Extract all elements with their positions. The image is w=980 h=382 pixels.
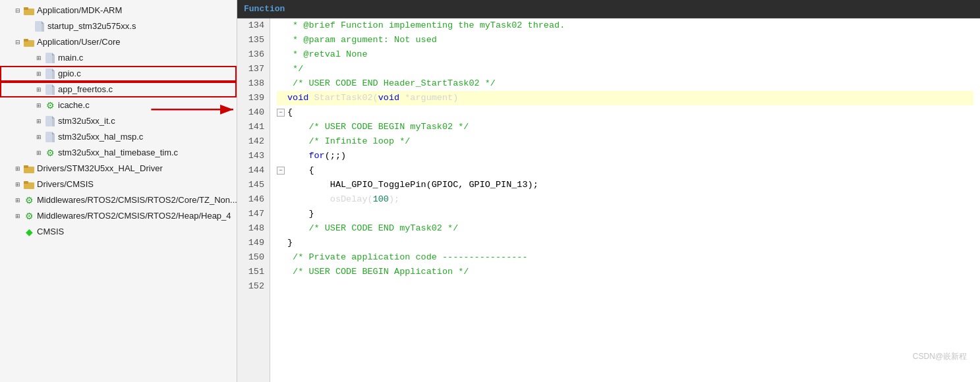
editor-topbar: Function bbox=[237, 0, 980, 18]
svg-marker-18 bbox=[52, 116, 55, 119]
folder-icon bbox=[24, 37, 34, 47]
tree-item-stm32u5xx-hal-msp[interactable]: ⊞stm32u5xx_hal_msp.c bbox=[0, 129, 237, 145]
svg-rect-6 bbox=[24, 39, 28, 41]
code-text: HAL_GPIO_TogglePin(GPIOC, GPIO_PIN_13); bbox=[287, 178, 538, 192]
tree-label: stm32u5xx_hal_timebase_tim.c bbox=[58, 146, 178, 159]
tree-label: icache.c bbox=[58, 99, 90, 112]
svg-marker-4 bbox=[42, 21, 44, 24]
tree-item-stm32u5xx-hal-tim[interactable]: ⊞⚙stm32u5xx_hal_timebase_tim.c bbox=[0, 145, 237, 161]
code-text: * @retval None bbox=[287, 47, 368, 62]
expand-icon: ⊞ bbox=[34, 69, 43, 78]
folder-icon bbox=[24, 5, 34, 16]
tree-item-drivers-hal[interactable]: ⊞Drivers/STM32U5xx_HAL_Driver bbox=[0, 161, 237, 177]
line-number: 147 bbox=[243, 207, 264, 221]
tree-label: Middlewares/RTOS2/CMSIS/RTOS2/Heap/Heap_… bbox=[37, 209, 231, 223]
expand-icon: ⊞ bbox=[34, 132, 43, 142]
code-text: /* USER CODE END myTask02 */ bbox=[287, 221, 458, 236]
line-number: 140 bbox=[243, 105, 264, 120]
line-number: 139 bbox=[243, 91, 264, 105]
code-line: } bbox=[277, 236, 973, 250]
tree-item-app-mdk[interactable]: ⊟Application/MDK-ARM bbox=[0, 3, 237, 18]
line-number: 137 bbox=[243, 62, 264, 76]
tree-item-stm32u5xx-it[interactable]: ⊞stm32u5xx_it.c bbox=[0, 113, 237, 129]
doc-icon bbox=[45, 132, 55, 142]
collapse-marker[interactable]: − bbox=[277, 109, 285, 117]
gear-icon: ⚙ bbox=[24, 195, 34, 205]
code-line: */ bbox=[277, 62, 973, 76]
expand-icon: ⊟ bbox=[13, 6, 22, 15]
line-number: 143 bbox=[243, 149, 264, 163]
code-line: HAL_GPIO_TogglePin(GPIOC, GPIO_PIN_13); bbox=[277, 178, 973, 192]
svg-rect-1 bbox=[24, 7, 28, 10]
code-text: void StartTask02(void *argument) bbox=[287, 91, 458, 105]
line-number: 145 bbox=[243, 178, 264, 192]
svg-rect-20 bbox=[52, 134, 55, 142]
code-content: * @brief Function implementing the myTas… bbox=[270, 18, 980, 382]
code-text: } bbox=[287, 207, 314, 221]
line-number: 150 bbox=[243, 250, 264, 265]
line-number: 138 bbox=[243, 76, 264, 91]
tree-label: main.c bbox=[58, 51, 83, 65]
tree-item-app-user-core[interactable]: ⊟Application/User/Core bbox=[0, 34, 237, 50]
expand-icon: ⊞ bbox=[34, 117, 43, 126]
tree-label: gpio.c bbox=[58, 67, 81, 80]
tree-item-startup[interactable]: startup_stm32u575xx.s bbox=[0, 18, 237, 34]
expand-icon: ⊞ bbox=[13, 196, 22, 205]
svg-rect-14 bbox=[52, 87, 55, 95]
code-line: − { bbox=[277, 163, 973, 178]
tree-item-gpio-c[interactable]: ⊞gpio.c bbox=[0, 66, 237, 82]
collapse-marker[interactable]: − bbox=[277, 167, 285, 175]
code-text: { bbox=[287, 105, 293, 120]
code-line: /* USER CODE END myTask02 */ bbox=[277, 221, 973, 236]
code-line: } bbox=[277, 207, 973, 221]
tree-item-drivers-cmsis[interactable]: ⊞Drivers/CMSIS bbox=[0, 177, 237, 192]
tree-item-icache-c[interactable]: ⊞⚙icache.c bbox=[0, 97, 237, 113]
svg-rect-3 bbox=[42, 24, 44, 32]
line-number: 149 bbox=[243, 236, 264, 250]
code-text: { bbox=[287, 163, 314, 178]
doc-icon bbox=[45, 53, 55, 63]
svg-rect-23 bbox=[24, 165, 28, 168]
tree-label: CMSIS bbox=[37, 225, 64, 238]
expand-icon: ⊞ bbox=[34, 53, 43, 63]
svg-marker-21 bbox=[52, 132, 55, 134]
code-line: for(;;) bbox=[277, 149, 973, 163]
code-line: /* USER CODE BEGIN Application */ bbox=[277, 265, 973, 279]
expand-icon: ⊟ bbox=[13, 38, 22, 47]
code-text: osDelay(100); bbox=[287, 192, 399, 207]
line-number: 146 bbox=[243, 192, 264, 207]
code-text: * @brief Function implementing the myTas… bbox=[287, 18, 565, 33]
svg-marker-12 bbox=[52, 68, 55, 71]
code-line: * @retval None bbox=[277, 47, 973, 62]
line-number: 136 bbox=[243, 47, 264, 62]
svg-rect-16 bbox=[45, 116, 52, 126]
line-number: 134 bbox=[243, 18, 264, 33]
tree-item-main-c[interactable]: ⊞main.c bbox=[0, 50, 237, 66]
tree-item-app-freertos-c[interactable]: ⊞app_freertos.c bbox=[0, 82, 237, 97]
code-text: /* USER CODE BEGIN myTask02 */ bbox=[287, 120, 469, 134]
tree-label: Middlewares/RTOS2/CMSIS/RTOS2/Core/TZ_No… bbox=[37, 194, 237, 207]
expand-icon: ⊞ bbox=[13, 180, 22, 189]
expand-icon: ⊞ bbox=[13, 164, 22, 173]
tree-item-middlewares-tz[interactable]: ⊞⚙Middlewares/RTOS2/CMSIS/RTOS2/Core/TZ_… bbox=[0, 192, 237, 208]
expand-icon: ⊞ bbox=[34, 148, 43, 157]
code-line: /* USER CODE END Header_StartTask02 */ bbox=[277, 76, 973, 91]
code-line: /* Infinite loop */ bbox=[277, 134, 973, 149]
expand-icon: ⊞ bbox=[34, 85, 43, 94]
code-line: osDelay(100); bbox=[277, 192, 973, 207]
function-label: Function bbox=[244, 4, 285, 14]
svg-rect-8 bbox=[52, 55, 55, 63]
svg-marker-15 bbox=[52, 84, 55, 87]
code-line: /* USER CODE BEGIN myTask02 */ bbox=[277, 120, 973, 134]
gear-icon: ⚙ bbox=[45, 148, 55, 158]
svg-rect-17 bbox=[52, 119, 55, 126]
tree-item-middlewares-heap[interactable]: ⊞⚙Middlewares/RTOS2/CMSIS/RTOS2/Heap/Hea… bbox=[0, 208, 237, 224]
tree-item-cmsis[interactable]: ◆CMSIS bbox=[0, 224, 237, 240]
tree-label: Application/MDK-ARM bbox=[37, 4, 122, 17]
svg-rect-19 bbox=[45, 132, 52, 142]
svg-marker-9 bbox=[52, 53, 55, 55]
doc-icon bbox=[45, 84, 55, 95]
code-editor-panel: Function 1341351361371381391401411421431… bbox=[237, 0, 980, 382]
gear-icon: ⚙ bbox=[45, 100, 55, 111]
svg-rect-25 bbox=[24, 181, 28, 184]
